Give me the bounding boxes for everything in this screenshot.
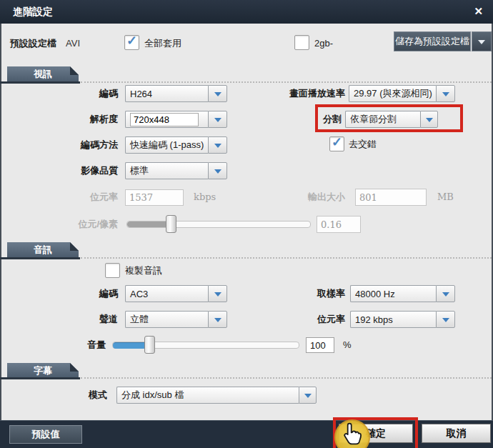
volume-slider-handle[interactable] <box>144 336 155 354</box>
chevron-down-icon[interactable] <box>208 111 227 128</box>
resolution-input[interactable] <box>130 113 199 126</box>
save-preset-button[interactable]: 儲存為預設設定檔 <box>394 31 471 51</box>
subtitle-mode-label: 模式 <box>43 387 107 404</box>
output-size-label: 輸出大小 <box>272 189 345 206</box>
deinterlace-checkbox[interactable]: ✓ <box>329 136 344 151</box>
chevron-down-icon[interactable] <box>208 311 227 328</box>
advanced-settings-dialog: 進階設定 ✕ 預設設定檔 AVI ✓ 全部套用 2gb- 儲存為預設設定檔 視訊… <box>0 0 493 448</box>
channels-select[interactable]: 立體 <box>125 311 227 328</box>
sample-rate-select[interactable]: 48000 Hz <box>350 285 455 302</box>
video-codec-select[interactable]: H264 <box>125 85 227 102</box>
tab-audio: 音訊 <box>7 242 79 257</box>
audio-codec-label: 編碼 <box>29 285 118 302</box>
hand-cursor-icon <box>341 422 364 447</box>
chevron-down-icon <box>478 40 485 48</box>
apply-all-label: 全部套用 <box>144 35 181 52</box>
volume-label: 音量 <box>43 337 106 354</box>
chevron-down-icon[interactable] <box>436 311 455 328</box>
check-icon: ✓ <box>332 134 342 150</box>
output-size-input <box>355 189 427 206</box>
cancel-button[interactable]: 取消 <box>422 424 491 443</box>
encode-method-select[interactable]: 快速編碼 (1-pass) <box>125 136 227 154</box>
framerate-label: 畫面播放速率 <box>264 85 345 102</box>
output-size-unit: MB <box>437 189 454 206</box>
chevron-down-icon[interactable] <box>208 85 227 102</box>
close-icon[interactable]: ✕ <box>474 0 483 24</box>
bits-per-pixel-input <box>317 216 361 233</box>
save-preset-menu-button[interactable] <box>472 31 492 51</box>
video-codec-value: H264 <box>125 85 208 102</box>
chevron-down-icon[interactable] <box>299 387 317 404</box>
volume-input[interactable] <box>306 337 334 353</box>
framerate-select[interactable]: 29.97 (與來源相同) <box>349 85 455 102</box>
save-preset-split-button: 儲存為預設設定檔 <box>394 31 492 51</box>
encode-method-label: 編碼方法 <box>29 136 118 154</box>
deinterlace-label: 去交錯 <box>349 136 377 153</box>
audio-section-divider <box>81 257 492 259</box>
2gb-label: 2gb- <box>314 35 333 52</box>
quality-label: 影像品質 <box>29 162 118 179</box>
split-label: 分割 <box>286 111 342 128</box>
tab-video: 視訊 <box>7 66 79 81</box>
video-bitrate-input <box>125 189 184 206</box>
channels-label: 聲道 <box>29 311 118 328</box>
subtitle-mode-select[interactable]: 分成 idx/sub 檔 <box>116 387 317 404</box>
bits-per-pixel-label: 位元/像素 <box>29 216 118 233</box>
subtitle-mode-value: 分成 idx/sub 檔 <box>116 387 299 404</box>
2gb-checkbox[interactable] <box>294 35 309 50</box>
title-bar: 進階設定 ✕ <box>0 0 493 24</box>
chevron-down-icon[interactable] <box>420 111 438 128</box>
subtitle-section-divider <box>81 377 492 379</box>
sample-rate-value: 48000 Hz <box>350 285 436 302</box>
video-bitrate-label: 位元率 <box>29 189 118 206</box>
audio-tab-underline <box>0 257 80 259</box>
volume-slider[interactable] <box>112 342 299 349</box>
subtitle-tab-underline <box>0 377 80 379</box>
chevron-down-icon[interactable] <box>208 162 227 179</box>
resolution-combo[interactable] <box>125 111 227 128</box>
copy-audio-label: 複製音訊 <box>125 262 162 279</box>
volume-unit: % <box>343 337 352 354</box>
audio-codec-select[interactable]: AC3 <box>125 285 227 302</box>
framerate-value: 29.97 (與來源相同) <box>349 85 436 102</box>
quality-select[interactable]: 標準 <box>125 162 227 179</box>
video-section-divider <box>81 81 492 83</box>
video-tab-underline <box>0 81 80 84</box>
slider-fill <box>113 342 149 349</box>
resolution-label: 解析度 <box>29 111 118 128</box>
sample-rate-label: 取樣率 <box>272 285 345 302</box>
quality-value: 標準 <box>125 162 208 179</box>
split-select[interactable]: 依章節分割 <box>345 111 438 128</box>
audio-bitrate-value: 192 kbps <box>350 311 436 328</box>
bits-per-pixel-slider[interactable] <box>126 221 311 228</box>
preset-profile-label: 預設設定檔 <box>10 35 56 52</box>
slider-fill <box>127 221 170 227</box>
chevron-down-icon[interactable] <box>208 285 227 302</box>
encode-method-value: 快速編碼 (1-pass) <box>125 136 208 154</box>
audio-codec-value: AC3 <box>125 285 208 302</box>
apply-all-checkbox[interactable]: ✓ <box>124 35 139 50</box>
channels-value: 立體 <box>125 311 208 328</box>
video-codec-label: 編碼 <box>29 85 118 102</box>
audio-bitrate-label: 位元率 <box>272 311 345 328</box>
dialog-title: 進階設定 <box>13 0 53 24</box>
bits-per-pixel-slider-handle[interactable] <box>166 215 176 233</box>
chevron-down-icon[interactable] <box>436 85 455 102</box>
copy-audio-checkbox[interactable] <box>105 263 120 278</box>
split-value: 依章節分割 <box>345 111 420 128</box>
defaults-button[interactable]: 預設值 <box>9 425 82 444</box>
video-bitrate-unit: kbps <box>194 189 216 206</box>
tab-subtitle: 字幕 <box>7 363 79 378</box>
chevron-down-icon[interactable] <box>208 136 227 154</box>
check-icon: ✓ <box>126 33 137 49</box>
chevron-down-icon[interactable] <box>436 285 455 302</box>
audio-bitrate-select[interactable]: 192 kbps <box>350 311 455 328</box>
preset-format-value: AVI <box>66 35 80 52</box>
